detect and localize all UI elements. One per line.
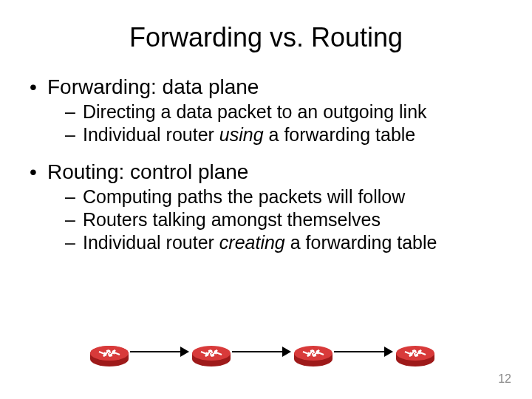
arrow-head-icon [384,347,393,357]
text-fragment: Individual router [83,124,219,145]
bullet-forwarding: Forwarding: data plane [30,75,502,99]
arrow-head-icon [180,347,189,357]
arrow-line [232,351,284,352]
slide: Forwarding vs. Routing Forwarding: data … [0,0,532,399]
text-fragment: a forwarding table [264,124,416,145]
router-diagram [89,335,443,372]
emphasis: creating [219,232,285,253]
text-fragment: a forwarding table [285,232,437,253]
sub-routing-1: Computing paths the packets will follow [30,185,502,208]
page-title: Forwarding vs. Routing [30,22,502,53]
page-number: 12 [498,372,511,386]
router-icon [191,341,232,362]
sub-routing-2: Routers talking amongst themselves [30,208,502,231]
router-icon [395,341,436,362]
router-icon [89,341,130,362]
bullet-routing: Routing: control plane [30,160,502,184]
sub-routing-3: Individual router creating a forwarding … [30,231,502,254]
router-icon [293,341,334,362]
text-fragment: Individual router [83,232,219,253]
arrow-head-icon [282,347,291,357]
emphasis: using [219,124,264,145]
arrow-line [334,351,386,352]
sub-forwarding-2: Individual router using a forwarding tab… [30,123,502,146]
arrow-line [130,351,182,352]
sub-forwarding-1: Directing a data packet to an outgoing l… [30,100,502,123]
